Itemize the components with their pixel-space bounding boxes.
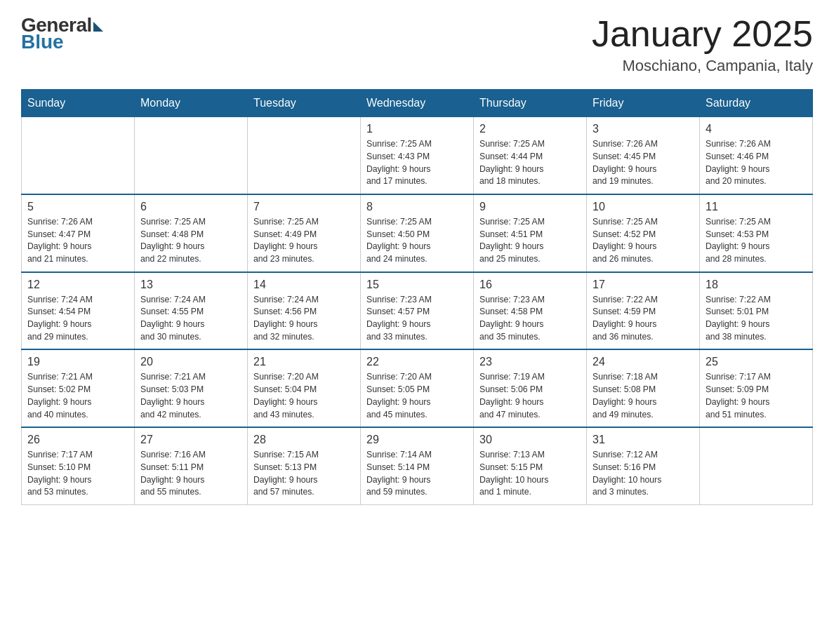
day-info: Sunrise: 7:19 AM Sunset: 5:06 PM Dayligh… bbox=[479, 371, 581, 421]
day-number: 12 bbox=[27, 279, 128, 291]
logo-blue-text: Blue bbox=[21, 31, 64, 53]
day-info: Sunrise: 7:17 AM Sunset: 5:09 PM Dayligh… bbox=[706, 371, 807, 421]
day-number: 25 bbox=[706, 356, 807, 368]
calendar-cell: 6Sunrise: 7:25 AM Sunset: 4:48 PM Daylig… bbox=[135, 194, 248, 272]
day-info: Sunrise: 7:15 AM Sunset: 5:13 PM Dayligh… bbox=[253, 449, 355, 499]
day-info: Sunrise: 7:23 AM Sunset: 4:57 PM Dayligh… bbox=[366, 294, 468, 344]
day-number: 18 bbox=[706, 279, 807, 291]
calendar-cell: 10Sunrise: 7:25 AM Sunset: 4:52 PM Dayli… bbox=[587, 194, 700, 272]
logo-arrow-icon bbox=[93, 22, 103, 32]
calendar-cell bbox=[22, 117, 135, 194]
calendar-week-row: 19Sunrise: 7:21 AM Sunset: 5:02 PM Dayli… bbox=[22, 349, 813, 427]
day-info: Sunrise: 7:20 AM Sunset: 5:05 PM Dayligh… bbox=[366, 371, 468, 421]
day-info: Sunrise: 7:14 AM Sunset: 5:14 PM Dayligh… bbox=[366, 449, 468, 499]
calendar-cell: 22Sunrise: 7:20 AM Sunset: 5:05 PM Dayli… bbox=[361, 349, 474, 427]
day-number: 14 bbox=[253, 279, 355, 291]
day-info: Sunrise: 7:23 AM Sunset: 4:58 PM Dayligh… bbox=[479, 294, 581, 344]
calendar-cell: 5Sunrise: 7:26 AM Sunset: 4:47 PM Daylig… bbox=[22, 194, 135, 272]
day-info: Sunrise: 7:20 AM Sunset: 5:04 PM Dayligh… bbox=[253, 371, 355, 421]
calendar-cell: 30Sunrise: 7:13 AM Sunset: 5:15 PM Dayli… bbox=[474, 427, 587, 504]
day-info: Sunrise: 7:26 AM Sunset: 4:46 PM Dayligh… bbox=[706, 138, 807, 188]
calendar-cell: 31Sunrise: 7:12 AM Sunset: 5:16 PM Dayli… bbox=[587, 427, 700, 504]
calendar-cell: 9Sunrise: 7:25 AM Sunset: 4:51 PM Daylig… bbox=[474, 194, 587, 272]
header-saturday: Saturday bbox=[700, 90, 813, 117]
header-wednesday: Wednesday bbox=[361, 90, 474, 117]
calendar-header-row: SundayMondayTuesdayWednesdayThursdayFrid… bbox=[22, 90, 813, 117]
calendar-cell: 27Sunrise: 7:16 AM Sunset: 5:11 PM Dayli… bbox=[135, 427, 248, 504]
day-number: 21 bbox=[253, 356, 355, 368]
calendar-table: SundayMondayTuesdayWednesdayThursdayFrid… bbox=[21, 89, 813, 505]
calendar-cell: 16Sunrise: 7:23 AM Sunset: 4:58 PM Dayli… bbox=[474, 272, 587, 350]
calendar-cell bbox=[135, 117, 248, 194]
day-info: Sunrise: 7:25 AM Sunset: 4:49 PM Dayligh… bbox=[253, 216, 355, 266]
calendar-cell: 20Sunrise: 7:21 AM Sunset: 5:03 PM Dayli… bbox=[135, 349, 248, 427]
day-info: Sunrise: 7:26 AM Sunset: 4:47 PM Dayligh… bbox=[27, 216, 128, 266]
calendar-cell: 14Sunrise: 7:24 AM Sunset: 4:56 PM Dayli… bbox=[248, 272, 361, 350]
day-info: Sunrise: 7:25 AM Sunset: 4:44 PM Dayligh… bbox=[479, 138, 581, 188]
title-area: January 2025 Moschiano, Campania, Italy bbox=[592, 14, 813, 75]
header-monday: Monday bbox=[135, 90, 248, 117]
calendar-cell: 28Sunrise: 7:15 AM Sunset: 5:13 PM Dayli… bbox=[248, 427, 361, 504]
day-number: 16 bbox=[479, 279, 581, 291]
calendar-cell: 3Sunrise: 7:26 AM Sunset: 4:45 PM Daylig… bbox=[587, 117, 700, 194]
day-number: 29 bbox=[366, 434, 468, 446]
day-info: Sunrise: 7:21 AM Sunset: 5:03 PM Dayligh… bbox=[140, 371, 241, 421]
calendar-week-row: 26Sunrise: 7:17 AM Sunset: 5:10 PM Dayli… bbox=[22, 427, 813, 504]
day-number: 1 bbox=[366, 123, 468, 135]
day-number: 9 bbox=[479, 201, 581, 213]
logo: General Blue bbox=[21, 14, 103, 53]
day-info: Sunrise: 7:16 AM Sunset: 5:11 PM Dayligh… bbox=[140, 449, 241, 499]
day-info: Sunrise: 7:17 AM Sunset: 5:10 PM Dayligh… bbox=[27, 449, 128, 499]
day-info: Sunrise: 7:22 AM Sunset: 5:01 PM Dayligh… bbox=[706, 294, 807, 344]
day-number: 26 bbox=[27, 434, 128, 446]
day-number: 3 bbox=[593, 123, 694, 135]
calendar-cell: 12Sunrise: 7:24 AM Sunset: 4:54 PM Dayli… bbox=[22, 272, 135, 350]
calendar-cell: 2Sunrise: 7:25 AM Sunset: 4:44 PM Daylig… bbox=[474, 117, 587, 194]
month-title: January 2025 bbox=[592, 14, 813, 54]
day-info: Sunrise: 7:18 AM Sunset: 5:08 PM Dayligh… bbox=[593, 371, 694, 421]
calendar-cell: 7Sunrise: 7:25 AM Sunset: 4:49 PM Daylig… bbox=[248, 194, 361, 272]
calendar-cell: 11Sunrise: 7:25 AM Sunset: 4:53 PM Dayli… bbox=[700, 194, 813, 272]
day-info: Sunrise: 7:13 AM Sunset: 5:15 PM Dayligh… bbox=[479, 449, 581, 499]
calendar-cell: 26Sunrise: 7:17 AM Sunset: 5:10 PM Dayli… bbox=[22, 427, 135, 504]
calendar-cell: 1Sunrise: 7:25 AM Sunset: 4:43 PM Daylig… bbox=[361, 117, 474, 194]
day-info: Sunrise: 7:12 AM Sunset: 5:16 PM Dayligh… bbox=[593, 449, 694, 499]
calendar-cell: 29Sunrise: 7:14 AM Sunset: 5:14 PM Dayli… bbox=[361, 427, 474, 504]
calendar-cell bbox=[700, 427, 813, 504]
day-number: 7 bbox=[253, 201, 355, 213]
day-info: Sunrise: 7:25 AM Sunset: 4:52 PM Dayligh… bbox=[593, 216, 694, 266]
day-number: 4 bbox=[706, 123, 807, 135]
calendar-cell bbox=[248, 117, 361, 194]
day-info: Sunrise: 7:25 AM Sunset: 4:43 PM Dayligh… bbox=[366, 138, 468, 188]
day-number: 8 bbox=[366, 201, 468, 213]
day-number: 31 bbox=[593, 434, 694, 446]
day-number: 13 bbox=[140, 279, 241, 291]
location-title: Moschiano, Campania, Italy bbox=[592, 57, 813, 75]
page-header: General Blue January 2025 Moschiano, Cam… bbox=[21, 14, 813, 75]
calendar-cell: 25Sunrise: 7:17 AM Sunset: 5:09 PM Dayli… bbox=[700, 349, 813, 427]
day-info: Sunrise: 7:22 AM Sunset: 4:59 PM Dayligh… bbox=[593, 294, 694, 344]
day-info: Sunrise: 7:25 AM Sunset: 4:50 PM Dayligh… bbox=[366, 216, 468, 266]
calendar-week-row: 1Sunrise: 7:25 AM Sunset: 4:43 PM Daylig… bbox=[22, 117, 813, 194]
calendar-cell: 17Sunrise: 7:22 AM Sunset: 4:59 PM Dayli… bbox=[587, 272, 700, 350]
day-number: 24 bbox=[593, 356, 694, 368]
calendar-cell: 8Sunrise: 7:25 AM Sunset: 4:50 PM Daylig… bbox=[361, 194, 474, 272]
calendar-cell: 23Sunrise: 7:19 AM Sunset: 5:06 PM Dayli… bbox=[474, 349, 587, 427]
day-number: 15 bbox=[366, 279, 468, 291]
calendar-week-row: 5Sunrise: 7:26 AM Sunset: 4:47 PM Daylig… bbox=[22, 194, 813, 272]
day-number: 28 bbox=[253, 434, 355, 446]
calendar-cell: 19Sunrise: 7:21 AM Sunset: 5:02 PM Dayli… bbox=[22, 349, 135, 427]
day-number: 17 bbox=[593, 279, 694, 291]
day-info: Sunrise: 7:26 AM Sunset: 4:45 PM Dayligh… bbox=[593, 138, 694, 188]
day-number: 22 bbox=[366, 356, 468, 368]
day-number: 23 bbox=[479, 356, 581, 368]
day-number: 2 bbox=[479, 123, 581, 135]
day-number: 30 bbox=[479, 434, 581, 446]
day-info: Sunrise: 7:24 AM Sunset: 4:55 PM Dayligh… bbox=[140, 294, 241, 344]
header-sunday: Sunday bbox=[22, 90, 135, 117]
day-number: 5 bbox=[27, 201, 128, 213]
day-info: Sunrise: 7:25 AM Sunset: 4:48 PM Dayligh… bbox=[140, 216, 241, 266]
header-tuesday: Tuesday bbox=[248, 90, 361, 117]
calendar-cell: 18Sunrise: 7:22 AM Sunset: 5:01 PM Dayli… bbox=[700, 272, 813, 350]
calendar-cell: 24Sunrise: 7:18 AM Sunset: 5:08 PM Dayli… bbox=[587, 349, 700, 427]
